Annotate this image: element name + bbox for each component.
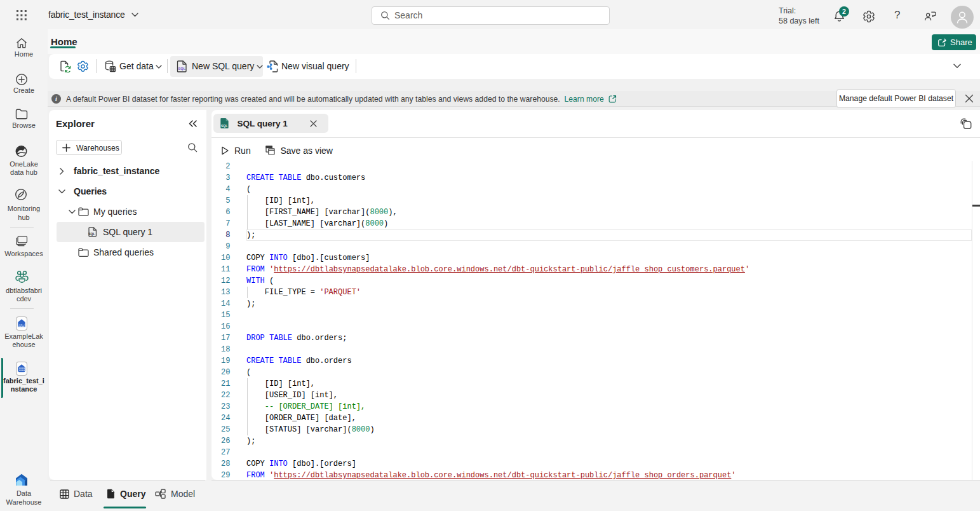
svg-text:SQL: SQL <box>178 67 186 71</box>
svg-text:SQL: SQL <box>221 124 227 128</box>
svg-text:SQL: SQL <box>88 232 95 236</box>
